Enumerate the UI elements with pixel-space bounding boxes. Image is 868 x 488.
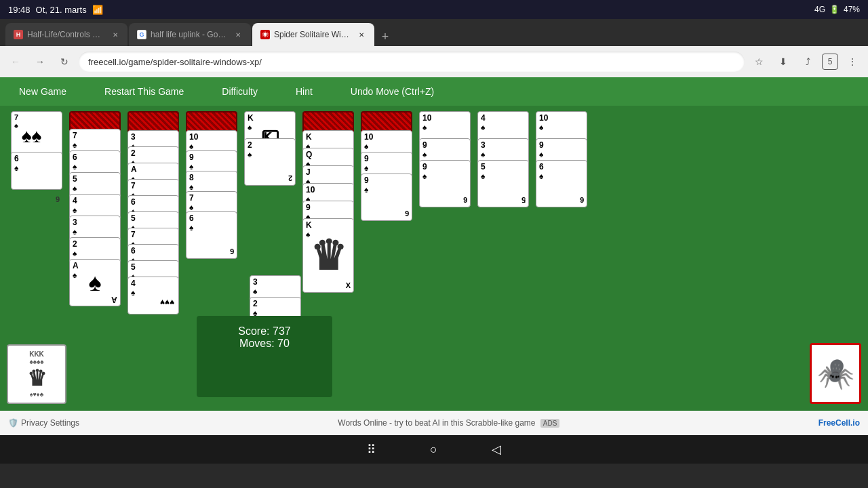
cards-area: 7♠ ♠♠♠♠♠♠♠ 7♠ 6♠ 9 7♠ 6♠ 5♠ 4♠ 3♠ 2♠ A♠ … [0,106,868,411]
game-area: New Game Restart This Game Difficulty Hi… [0,77,868,411]
column-2: 7♠ 6♠ 5♠ 4♠ 3♠ 2♠ A♠ ♠ A [69,111,121,306]
col3-4a[interactable]: 4♠ ♥♥♥ [127,277,179,314]
menu-bar: New Game Restart This Game Difficulty Hi… [0,77,868,106]
signal-strength: 4G [814,5,825,14]
column-5: K♠ 🂮 2♠ 2 [244,111,296,186]
column-7: 10♠ 9♠ 9♠ 6 [361,111,412,221]
privacy-settings-button[interactable]: 🛡️ Privacy Settings [8,418,79,428]
tab-close-halflife[interactable]: ✕ [111,29,119,40]
date: Ot, 21. marts [36,5,87,15]
spider-logo[interactable]: 🕷️ [810,343,861,404]
menu-button[interactable]: ⋮ [842,52,863,72]
col2-A[interactable]: A♠ ♠ A [69,259,121,306]
difficulty-button[interactable]: Difficulty [216,83,263,100]
column-10: 10♠ 9♠ 6♠ 6 [536,111,587,207]
status-bar: 19:48 Ot, 21. marts 📶 4G 🔋 47% [0,0,868,19]
time: 19:48 [8,5,31,15]
hint-button[interactable]: Hint [290,83,318,100]
column-4: 10♠ 9♠ 8♠ 7♠ 6♠ 6 [186,111,237,259]
tab-bar: H Half-Life/Controls — Stra... ✕ G half … [0,19,868,46]
col5-2[interactable]: 2♠ 2 [244,138,296,186]
sim-icon: 📶 [92,5,103,15]
col10-6[interactable]: 6♠ 6 [536,160,587,207]
tab-close-spider[interactable]: ✕ [357,29,367,40]
battery-percent: 47% [844,5,860,14]
back-button[interactable]: ← [5,52,26,72]
share-button[interactable]: ⤴ [797,52,818,72]
score-display: Score: 737Moves: 70 [197,316,332,397]
column-9: 4♠ 3♠ 5♠ 5 [477,111,529,207]
privacy-label: Privacy Settings [21,418,79,428]
battery-icon: 🔋 [829,5,840,14]
tab-close-google[interactable]: ✕ [234,29,243,40]
card-6s[interactable]: 6♠ [11,152,62,190]
undo-move-button[interactable]: Undo Move (Ctrl+Z) [345,83,439,100]
col4-6[interactable]: 6♠ 6 [186,211,237,259]
tab-spider[interactable]: 🕷 Spider Solitaire Windows ✕ [252,23,374,46]
column-6: K♠ Q♠ J♠ 10♠ 9♠ K♠ ♛ X [302,111,354,293]
home-button[interactable]: ○ [430,443,437,457]
tab-google[interactable]: G half life uplink - Google ... ✕ [129,23,251,46]
new-tab-button[interactable]: + [376,27,395,46]
download-button[interactable]: ⬇ [773,52,793,72]
freecell-logo[interactable]: FreeCell.io [818,418,860,428]
ad-message: Words Online - try to beat AI in this Sc… [338,418,535,428]
back-nav-button[interactable]: ◁ [492,442,501,457]
recent-apps-button[interactable]: ⠿ [367,442,376,457]
bookmark-button[interactable]: ☆ [749,52,769,72]
col6-KingFace[interactable]: K♠ ♛ X [302,218,354,293]
address-input[interactable] [79,52,745,72]
col8-6[interactable]: 9♠ 6 [419,160,471,207]
ad-bar: 🛡️ Privacy Settings Words Online - try t… [0,411,868,435]
address-bar-row: ← → ↻ ☆ ⬇ ⤴ 5 ⋮ [0,46,868,77]
restart-game-button[interactable]: Restart This Game [99,83,189,100]
col1-cards: 7♠ ♠♠♠♠♠♠♠ 7♠ 6♠ [11,111,62,190]
browser-chrome: H Half-Life/Controls — Stra... ✕ G half … [0,19,868,77]
active-tab-label: Spider Solitaire Windows [274,30,351,39]
completed-pile: KKK ♠♠♠♠ ♛ ♠♥♦♣ [7,344,66,404]
new-game-button[interactable]: New Game [14,83,72,100]
col9-5[interactable]: 5♠ 5 [477,160,529,207]
tab-halflife-controls[interactable]: H Half-Life/Controls — Stra... ✕ [5,23,127,46]
reload-button[interactable]: ↻ [54,52,75,72]
column-8: 10♠ 9♠ 9♠ 6 [419,111,471,207]
tab-count-button[interactable]: 5 [822,54,838,70]
shield-icon: 🛡️ [8,418,18,428]
col7-6[interactable]: 9♠ 6 [361,174,412,221]
ads-badge: ADS [540,419,560,428]
column-1: 7♠ ♠♠♠♠♠♠♠ 7♠ 6♠ 9 [11,111,62,190]
column-3: 3♠ 2♠ A♠ 7♠ 6♠ 5♠ 7♠ 6♠ 5♠ 4♠ ♥♥♥ [127,111,179,314]
android-nav-bar: ⠿ ○ ◁ [0,435,868,464]
forward-button[interactable]: → [30,52,50,72]
ad-text: Words Online - try to beat AI in this Sc… [338,418,559,428]
